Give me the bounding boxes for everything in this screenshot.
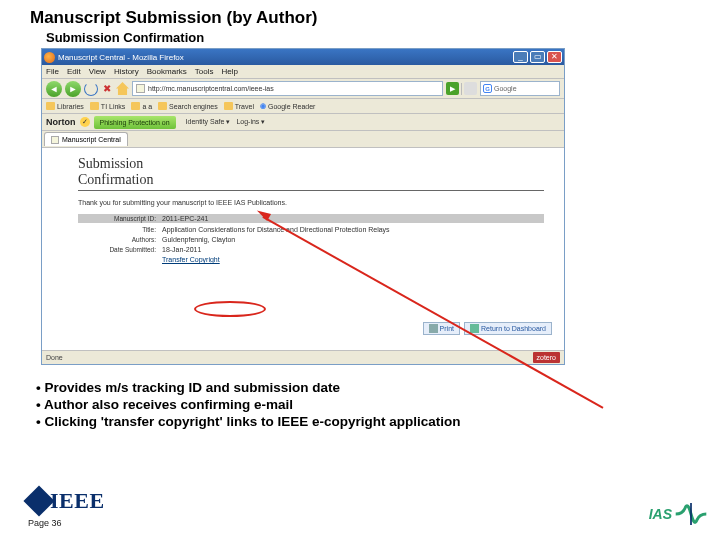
bookmark-item[interactable]: Travel bbox=[224, 102, 254, 110]
ias-logo: IAS bbox=[649, 500, 708, 528]
folder-icon bbox=[224, 102, 233, 110]
bullet-item: • Provides m/s tracking ID and submissio… bbox=[36, 380, 460, 395]
menu-bar: File Edit View History Bookmarks Tools H… bbox=[42, 65, 564, 79]
maximize-button[interactable]: ▭ bbox=[530, 51, 545, 63]
norton-check-icon: ✓ bbox=[80, 117, 90, 127]
nav-toolbar: ◄ ► ✖ http://mc.manuscriptcentral.com/ie… bbox=[42, 79, 564, 99]
menu-help[interactable]: Help bbox=[221, 67, 237, 76]
folder-icon bbox=[158, 102, 167, 110]
ieee-text: IEEE bbox=[50, 488, 105, 514]
page-number: Page 36 bbox=[28, 518, 105, 528]
google-icon: G bbox=[483, 84, 492, 93]
tab-label: Manuscript Central bbox=[62, 136, 121, 143]
close-button[interactable]: ✕ bbox=[547, 51, 562, 63]
bookmark-item[interactable]: Search engines bbox=[158, 102, 218, 110]
return-dashboard-button[interactable]: Return to Dashboard bbox=[464, 322, 552, 335]
status-text: Done bbox=[46, 354, 63, 361]
bookmark-item[interactable]: TI Links bbox=[90, 102, 126, 110]
menu-history[interactable]: History bbox=[114, 67, 139, 76]
search-placeholder: Google bbox=[494, 85, 517, 92]
confirmation-heading: Submission Confirmation bbox=[78, 156, 544, 188]
menu-file[interactable]: File bbox=[46, 67, 59, 76]
home-button[interactable] bbox=[116, 82, 129, 95]
window-title: Manuscript Central - Mozilla Firefox bbox=[58, 53, 513, 62]
bullet-list: • Provides m/s tracking ID and submissio… bbox=[36, 380, 460, 431]
forward-button[interactable]: ► bbox=[65, 81, 81, 97]
ias-wave-icon bbox=[674, 500, 708, 528]
minimize-button[interactable]: _ bbox=[513, 51, 528, 63]
phishing-indicator: Phishing Protection on bbox=[94, 116, 176, 129]
status-bar: Done zotero bbox=[42, 350, 564, 364]
firefox-icon bbox=[44, 52, 55, 63]
action-buttons: Print Return to Dashboard bbox=[423, 322, 552, 335]
stop-button[interactable]: ✖ bbox=[101, 83, 113, 94]
menu-view[interactable]: View bbox=[89, 67, 106, 76]
return-icon bbox=[470, 324, 479, 333]
url-text: http://mc.manuscriptcentral.com/ieee-ias bbox=[148, 85, 274, 92]
date-value: 18-Jan-2011 bbox=[162, 246, 544, 253]
page-content: Submission Confirmation Thank you for su… bbox=[42, 148, 564, 352]
transfer-row: Transfer Copyright bbox=[78, 256, 544, 263]
identity-safe-menu[interactable]: Identity Safe ▾ bbox=[186, 118, 231, 126]
menu-tools[interactable]: Tools bbox=[195, 67, 214, 76]
bullet-item: • Clicking 'transfer copyright' links to… bbox=[36, 414, 460, 429]
browser-window: Manuscript Central - Mozilla Firefox _ ▭… bbox=[41, 48, 565, 365]
toolbar-right-icons: ▶ bbox=[446, 82, 477, 95]
date-row: Date Submitted: 18-Jan-2011 bbox=[78, 246, 544, 253]
menu-edit[interactable]: Edit bbox=[67, 67, 81, 76]
transfer-copyright-link[interactable]: Transfer Copyright bbox=[162, 256, 220, 263]
browser-tab[interactable]: Manuscript Central bbox=[44, 132, 128, 146]
thank-you-text: Thank you for submitting your manuscript… bbox=[78, 199, 544, 206]
folder-icon bbox=[46, 102, 55, 110]
ms-id-label: Manuscript ID: bbox=[78, 215, 162, 222]
manuscript-id-row: Manuscript ID: 2011-EPC-241 bbox=[78, 214, 544, 223]
bookmarks-toolbar: Libraries TI Links a a Search engines Tr… bbox=[42, 99, 564, 114]
divider bbox=[78, 190, 544, 191]
norton-logo: Norton bbox=[46, 117, 76, 127]
back-button[interactable]: ◄ bbox=[46, 81, 62, 97]
separator bbox=[461, 83, 462, 95]
slide-title: Manuscript Submission (by Author) bbox=[0, 0, 720, 28]
addon-icon[interactable] bbox=[464, 82, 477, 95]
title-row: Title: Application Considerations for Di… bbox=[78, 226, 544, 233]
search-box[interactable]: G Google bbox=[480, 81, 560, 96]
rss-icon: ◉ bbox=[260, 102, 266, 110]
site-favicon bbox=[136, 84, 145, 93]
title-value: Application Considerations for Distance … bbox=[162, 226, 544, 233]
folder-icon bbox=[90, 102, 99, 110]
slide-footer: IEEE Page 36 IAS bbox=[28, 488, 708, 528]
window-titlebar: Manuscript Central - Mozilla Firefox _ ▭… bbox=[42, 49, 564, 65]
zotero-button[interactable]: zotero bbox=[533, 352, 560, 363]
logins-menu[interactable]: Log-ins ▾ bbox=[236, 118, 265, 126]
ms-id-value: 2011-EPC-241 bbox=[162, 215, 544, 222]
ias-text: IAS bbox=[649, 506, 672, 522]
norton-toolbar: Norton ✓ Phishing Protection on Identity… bbox=[42, 114, 564, 131]
reload-button[interactable] bbox=[84, 82, 98, 96]
title-label: Title: bbox=[78, 226, 162, 233]
go-button[interactable]: ▶ bbox=[446, 82, 459, 95]
menu-bookmarks[interactable]: Bookmarks bbox=[147, 67, 187, 76]
address-bar[interactable]: http://mc.manuscriptcentral.com/ieee-ias bbox=[132, 81, 443, 96]
bookmark-item[interactable]: ◉Google Reader bbox=[260, 102, 315, 110]
tab-favicon bbox=[51, 136, 59, 144]
folder-icon bbox=[131, 102, 140, 110]
callout-oval bbox=[194, 301, 266, 317]
date-label: Date Submitted: bbox=[78, 246, 162, 253]
bookmark-item[interactable]: a a bbox=[131, 102, 152, 110]
authors-label: Authors: bbox=[78, 236, 162, 243]
bookmark-item[interactable]: Libraries bbox=[46, 102, 84, 110]
authors-value: Guldenpfennig, Clayton bbox=[162, 236, 544, 243]
ieee-logo: IEEE bbox=[28, 488, 105, 514]
slide-subtitle: Submission Confirmation bbox=[0, 28, 720, 45]
tab-strip: Manuscript Central bbox=[42, 131, 564, 148]
print-icon bbox=[429, 324, 438, 333]
bullet-item: • Author also receives confirming e-mail bbox=[36, 397, 460, 412]
